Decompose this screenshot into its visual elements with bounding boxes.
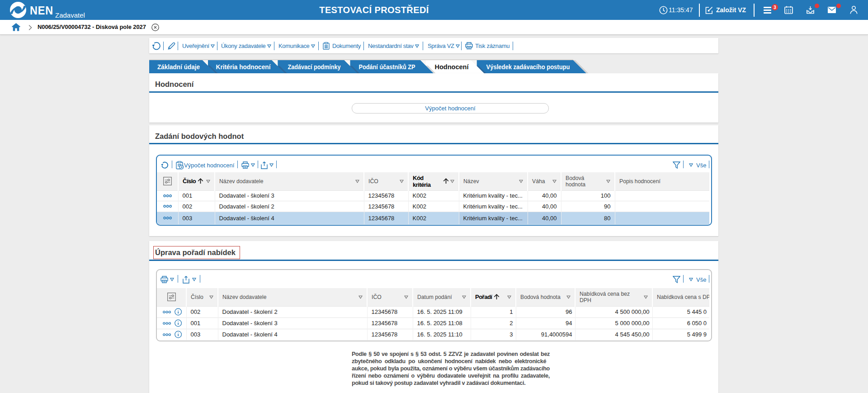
svg-text:Kritéria hodnocení: Kritéria hodnocení	[216, 63, 271, 71]
svg-text:Výsledek zadávacího postupu: Výsledek zadávacího postupu	[486, 63, 570, 71]
svg-text:Základní údaje: Základní údaje	[157, 63, 200, 71]
svg-text:Podání účastníků ZP: Podání účastníků ZP	[359, 63, 415, 71]
svg-text:Zadávací podmínky: Zadávací podmínky	[288, 63, 341, 71]
svg-text:Hodnocení: Hodnocení	[435, 63, 469, 71]
